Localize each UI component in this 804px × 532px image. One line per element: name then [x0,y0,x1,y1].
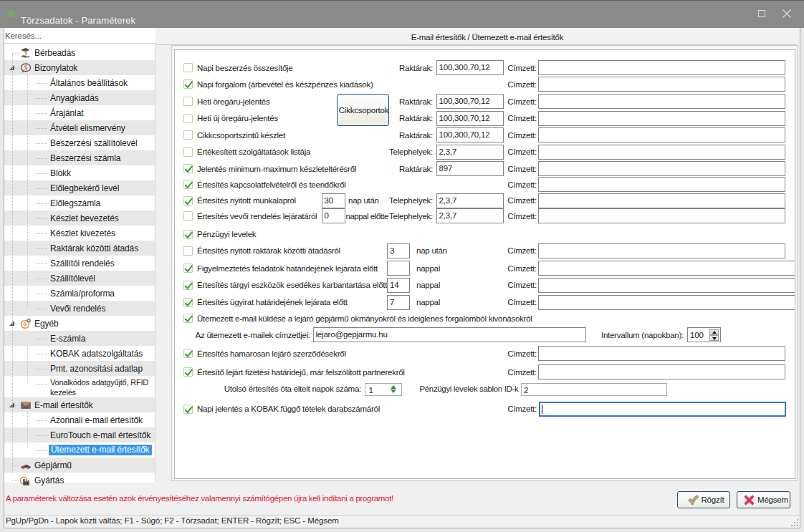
svg-text:$: $ [24,63,28,71]
